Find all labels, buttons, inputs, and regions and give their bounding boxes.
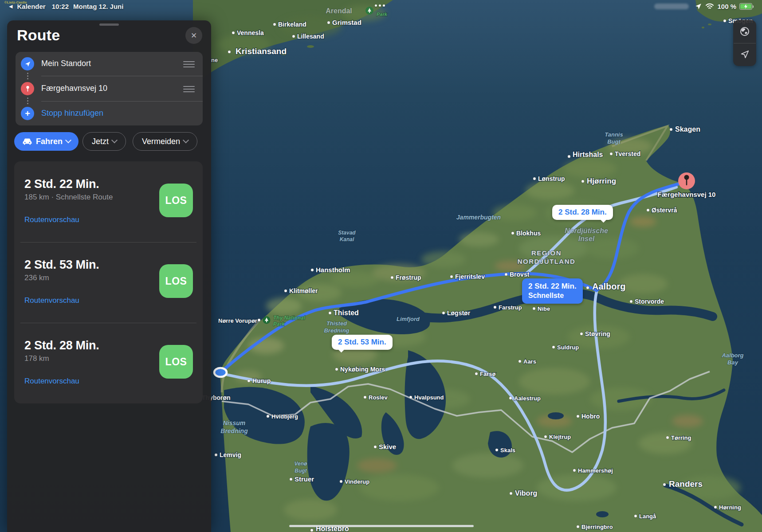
map-label: Bjerringbro [581,524,613,530]
panel-grab-handle[interactable] [99,23,119,26]
destination-pin-icon [21,82,34,95]
map-city-dot [723,20,726,22]
map-label: Nordjütische [565,227,608,235]
map-city-dot [475,372,478,375]
map-label: Hvidbjerg [271,413,298,420]
map-label: NORDJÜTLAND [518,258,576,265]
multitasking-indicator[interactable] [375,4,385,7]
map-label: Hammershøj [578,467,613,474]
map-label: Nibe [538,305,550,312]
transport-mode-label: Fahren [36,137,63,146]
drag-handle-icon[interactable] [183,61,195,67]
transport-mode-button[interactable]: Fahren [14,132,79,151]
route-badge-label: 2 Std. 28 Min. [558,208,607,216]
map-city-dot [511,232,514,235]
route-duration: 2 Std. 28 Min. [24,339,99,352]
avoid-button[interactable]: Vermeiden [133,132,197,151]
battery-icon [739,3,752,10]
map-city-dot [670,128,672,131]
current-location-button[interactable] [733,43,756,66]
map-city-dot [509,397,512,399]
map-label: Tversted [615,150,640,157]
map-label: Kristiansand [236,47,287,56]
map-label: Klejtrup [549,434,571,440]
map-label: Hirtshals [573,151,603,158]
route-stops-card: Mein Standort Færgehavnsvej 10 + Stopp h… [16,52,203,125]
map-label: Insel [578,235,595,243]
route-badge-fastest[interactable]: 2 Std. 22 Min. Schnellste [522,278,583,304]
tracking-arrow-icon [740,50,750,59]
globe-button[interactable] [733,20,756,43]
map-label: Aalborg [592,282,626,291]
origin-field[interactable]: Mein Standort [41,59,91,68]
route-badge-north[interactable]: 2 Std. 28 Min. [552,205,613,220]
map-label: Bay [727,359,738,366]
back-to-app-icon[interactable]: ◀ [9,4,12,9]
map-label: Nykøbing Mors [340,366,385,373]
add-stop-row[interactable]: + Stopp hinzufügen [16,102,203,125]
map-label: Lønstrup [538,175,565,182]
map-label: REGION [531,249,562,257]
map-label: Fjerritslev [455,273,485,280]
map-label: Bugt [607,138,621,145]
origin-row[interactable]: Mein Standort [16,52,203,76]
map-label: Birkeland [278,21,306,28]
map-label: Brovst [510,271,530,278]
destination-row[interactable]: Færgehavnsvej 10 [16,77,203,101]
add-stop-button[interactable]: Stopp hinzufügen [41,109,103,118]
close-button[interactable]: ✕ [185,27,202,44]
map-scrollbar[interactable] [289,525,474,527]
destination-pin[interactable] [678,172,695,189]
map-label: Farsø [480,371,495,377]
route-badge-south[interactable]: 2 Std. 53 Min. [332,335,393,350]
map-label: Hurup [252,377,271,384]
map-label: Skagen [675,125,700,133]
chevron-down-icon [183,137,189,143]
avoid-label: Vermeiden [142,137,180,146]
map-city-dot [247,379,250,382]
status-date: Montag 12. Juni [73,3,123,10]
map-label: Østervrå [652,207,677,214]
map-city-dot [232,31,235,34]
map-label: Bredning [324,327,349,334]
back-to-app-label[interactable]: Kalender [17,3,45,10]
map-city-dot [573,469,576,472]
map-city-dot [581,180,584,183]
go-button[interactable]: LOS [159,184,193,217]
map-city-dot [533,307,535,310]
route-start-marker [214,368,227,377]
route-option-1[interactable]: 2 Std. 22 Min. 185 km · Schnellste Route… [14,161,203,242]
map-city-dot [495,449,498,451]
map-label: Aars [523,358,536,365]
map-city-dot [374,446,377,448]
map-city-dot [273,23,276,26]
departure-time-button[interactable]: Jetzt [82,132,126,151]
charging-bolt-icon [744,4,748,9]
map-label: Bredning [220,427,248,434]
map-label: Aalborg [721,352,743,359]
route-preview-link[interactable]: Routenvorschau [24,377,79,386]
map-label: ne [211,57,218,63]
map-city-dot [577,525,579,528]
route-option-3[interactable]: 2 Std. 28 Min. 178 km Routenvorschau LOS [14,323,203,403]
map-city-dot [409,396,412,399]
map-label: Farstrup [499,304,522,311]
add-stop-icon: + [21,107,34,120]
map-label: Kanal [340,236,354,243]
go-button[interactable]: LOS [159,264,193,298]
map-label: Tørring [671,434,691,441]
map-label: Blokhus [516,230,541,237]
drag-handle-icon[interactable] [183,86,195,92]
map-label: Venø [295,461,308,467]
go-button[interactable]: LOS [159,345,193,379]
divider [41,76,203,76]
route-preview-link[interactable]: Routenvorschau [24,215,79,224]
route-preview-link[interactable]: Routenvorschau [24,296,79,305]
map-city-dot [505,273,507,276]
destination-field[interactable]: Færgehavnsvej 10 [41,84,107,93]
map-label: Hjørring [587,177,616,185]
route-option-2[interactable]: 2 Std. 53 Min. 236 km Routenvorschau LOS [14,242,203,323]
map-controls [733,20,756,66]
map-city-dot [329,312,331,314]
map-city-dot [544,435,547,438]
